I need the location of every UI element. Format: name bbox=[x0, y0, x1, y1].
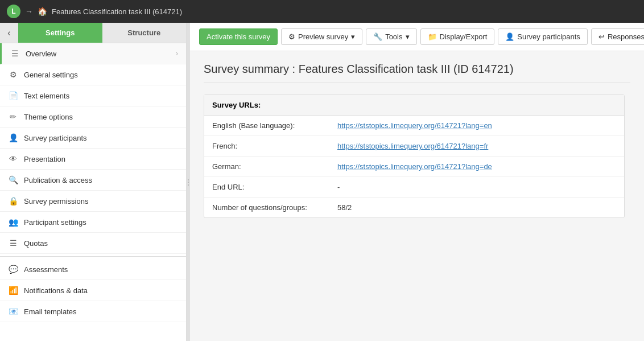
tools-label: Tools bbox=[385, 32, 402, 41]
responses-icon: ↩ bbox=[598, 32, 605, 41]
tools-icon: 🔧 bbox=[373, 32, 382, 41]
sidebar-item-survey-participants[interactable]: 👤 Survey participants bbox=[0, 128, 186, 149]
main-content: Survey summary : Features Classification… bbox=[190, 51, 644, 341]
sidebar-item-label: Assessments bbox=[24, 265, 178, 274]
sidebar-item-assessments[interactable]: 💬 Assessments bbox=[0, 259, 186, 280]
survey-urls-table: Survey URLs: English (Base language): ht… bbox=[204, 95, 625, 218]
tools-button[interactable]: 🔧 Tools ▾ bbox=[366, 28, 416, 45]
sidebar-item-notifications-data[interactable]: 📶 Notifications & data bbox=[0, 280, 186, 301]
gear-icon: ⚙ bbox=[8, 70, 18, 79]
page-breadcrumb: Features Classification task III (614721… bbox=[52, 7, 182, 16]
sidebar: ‹ Settings Structure ☰ Overview › ⚙ Gene… bbox=[0, 23, 187, 341]
pencil-icon: ✏ bbox=[8, 112, 18, 121]
sidebar-item-text-elements[interactable]: 📄 Text elements bbox=[0, 85, 186, 106]
table-key: English (Base language): bbox=[212, 121, 337, 130]
sidebar-item-label: Notifications & data bbox=[24, 286, 178, 295]
responses-label: Responses bbox=[608, 32, 644, 41]
table-link-french[interactable]: https://ststopics.limequery.org/614721?l… bbox=[337, 142, 488, 150]
sidebar-back-button[interactable]: ‹ bbox=[0, 23, 18, 43]
tab-settings[interactable]: Settings bbox=[18, 23, 102, 43]
sidebar-item-overview[interactable]: ☰ Overview › bbox=[0, 43, 186, 64]
sidebar-item-publication-access[interactable]: 🔍 Publication & access bbox=[0, 170, 186, 191]
users-icon: 👥 bbox=[8, 217, 18, 227]
folder-icon: 📁 bbox=[428, 32, 437, 41]
sidebar-item-email-templates[interactable]: 📧 Email templates bbox=[0, 301, 186, 322]
list-icon: ☰ bbox=[8, 239, 18, 248]
comment-icon: 💬 bbox=[8, 265, 18, 274]
sidebar-item-label: Email templates bbox=[24, 307, 178, 316]
preview-survey-button[interactable]: ⚙ Preview survey ▾ bbox=[281, 28, 362, 45]
sidebar-item-label: Quotas bbox=[24, 239, 178, 248]
signal-icon: 📶 bbox=[8, 286, 18, 295]
sidebar-item-label: Theme options bbox=[24, 113, 178, 121]
sidebar-item-theme-options[interactable]: ✏ Theme options bbox=[0, 106, 186, 128]
sidebar-item-presentation[interactable]: 👁 Presentation bbox=[0, 149, 186, 170]
display-export-label: Display/Export bbox=[440, 32, 488, 41]
responses-button[interactable]: ↩ Responses ▾ bbox=[591, 28, 644, 45]
table-key: Number of questions/groups: bbox=[212, 203, 337, 212]
sidebar-item-label: General settings bbox=[24, 71, 178, 79]
display-export-button[interactable]: 📁 Display/Export bbox=[420, 28, 495, 45]
document-icon: 📄 bbox=[8, 91, 18, 100]
activate-survey-button[interactable]: Activate this survey bbox=[199, 28, 278, 45]
sidebar-item-survey-permissions[interactable]: 🔒 Survey permissions bbox=[0, 191, 186, 212]
table-row: English (Base language): https://ststopi… bbox=[204, 116, 624, 136]
sidebar-item-label: Survey permissions bbox=[24, 197, 178, 206]
table-link-german[interactable]: https://ststopics.limequery.org/614721?l… bbox=[337, 162, 492, 171]
sidebar-item-participant-settings[interactable]: 👥 Participant settings bbox=[0, 212, 186, 233]
sidebar-item-quotas[interactable]: ☰ Quotas bbox=[0, 233, 186, 254]
chevron-right-icon: › bbox=[176, 50, 178, 57]
toolbar: Activate this survey ⚙ Preview survey ▾ … bbox=[190, 23, 644, 51]
dropdown-arrow-icon: ▾ bbox=[406, 32, 410, 41]
main-layout: ‹ Settings Structure ☰ Overview › ⚙ Gene… bbox=[0, 23, 644, 341]
table-link-english[interactable]: https://ststopics.limequery.org/614721?l… bbox=[337, 121, 492, 130]
tab-structure[interactable]: Structure bbox=[102, 23, 187, 43]
logo-text: L bbox=[11, 7, 15, 15]
sidebar-tabs: ‹ Settings Structure bbox=[0, 23, 186, 43]
user-icon: 👤 bbox=[8, 133, 18, 142]
lock-icon: 🔒 bbox=[8, 196, 18, 206]
sidebar-item-general-settings[interactable]: ⚙ General settings bbox=[0, 64, 186, 85]
table-key: German: bbox=[212, 162, 337, 171]
dropdown-arrow-icon: ▾ bbox=[351, 32, 355, 41]
table-value-end-url: - bbox=[337, 183, 340, 191]
app-logo: L bbox=[7, 5, 20, 18]
person-icon: 👤 bbox=[505, 32, 514, 41]
sidebar-item-label: Overview bbox=[26, 50, 176, 58]
topbar: L → 🏠 Features Classification task III (… bbox=[0, 0, 644, 23]
table-row: End URL: - bbox=[204, 177, 624, 198]
eye-icon: 👁 bbox=[8, 154, 18, 163]
sidebar-divider bbox=[0, 256, 186, 257]
nav-arrow: → bbox=[25, 7, 33, 16]
email-icon: 📧 bbox=[8, 307, 18, 316]
content-area: Activate this survey ⚙ Preview survey ▾ … bbox=[190, 23, 644, 341]
gear-icon: ⚙ bbox=[288, 32, 295, 41]
sidebar-item-label: Survey participants bbox=[24, 134, 178, 142]
sidebar-item-label: Participant settings bbox=[24, 218, 178, 227]
page-title: Survey summary : Features Classification… bbox=[204, 63, 630, 83]
table-key: French: bbox=[212, 142, 337, 150]
table-row: Number of questions/groups: 58/2 bbox=[204, 198, 624, 217]
table-row: French: https://ststopics.limequery.org/… bbox=[204, 136, 624, 157]
survey-table-header: Survey URLs: bbox=[204, 95, 624, 116]
sidebar-item-label: Text elements bbox=[24, 92, 178, 100]
overview-icon: ☰ bbox=[10, 49, 20, 58]
preview-label: Preview survey bbox=[298, 32, 348, 41]
table-row: German: https://ststopics.limequery.org/… bbox=[204, 157, 624, 177]
search-icon: 🔍 bbox=[8, 175, 18, 184]
home-icon[interactable]: 🏠 bbox=[38, 7, 47, 16]
survey-participants-toolbar-button[interactable]: 👤 Survey participants bbox=[498, 28, 588, 45]
sidebar-item-label: Publication & access bbox=[24, 176, 178, 184]
table-value-questions: 58/2 bbox=[337, 203, 352, 212]
sidebar-item-label: Presentation bbox=[24, 155, 178, 163]
survey-participants-label: Survey participants bbox=[517, 32, 580, 41]
table-key: End URL: bbox=[212, 183, 337, 191]
